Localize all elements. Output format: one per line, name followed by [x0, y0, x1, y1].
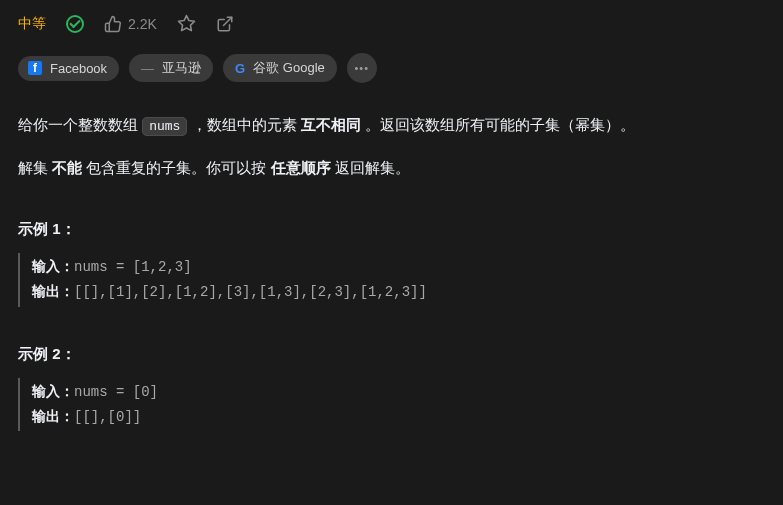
- tag-label: Facebook: [50, 61, 107, 76]
- thumbs-up-icon: [104, 15, 122, 33]
- tag-label: 亚马逊: [162, 59, 201, 77]
- example-output: 输出：[[],[1],[2],[1,2],[3],[1,3],[2,3],[1,…: [32, 280, 765, 305]
- description-paragraph: 解集 不能 包含重复的子集。你可以按 任意顺序 返回解集。: [18, 154, 765, 183]
- more-tags-button[interactable]: •••: [347, 53, 377, 83]
- topbar: 中等 2.2K: [18, 14, 765, 33]
- share-icon: [216, 15, 234, 33]
- favorite-button[interactable]: [177, 14, 196, 33]
- example-heading: 示例 1：: [18, 220, 765, 239]
- description-paragraph: 给你一个整数数组 nums ，数组中的元素 互不相同 。返回该数组所有可能的子集…: [18, 111, 765, 140]
- example-block: 输入：nums = [0] 输出：[[],[0]]: [18, 378, 765, 432]
- star-icon: [177, 14, 196, 33]
- solved-status[interactable]: [66, 15, 84, 33]
- like-count: 2.2K: [128, 16, 157, 32]
- problem-description: 给你一个整数数组 nums ，数组中的元素 互不相同 。返回该数组所有可能的子集…: [18, 111, 765, 182]
- example-output: 输出：[[],[0]]: [32, 405, 765, 430]
- example-input: 输入：nums = [1,2,3]: [32, 255, 765, 280]
- check-icon: [66, 15, 84, 33]
- company-tags: f Facebook — 亚马逊 G 谷歌 Google •••: [18, 53, 765, 83]
- example-block: 输入：nums = [1,2,3] 输出：[[],[1],[2],[1,2],[…: [18, 253, 765, 307]
- like-button[interactable]: 2.2K: [104, 15, 157, 33]
- example-heading: 示例 2：: [18, 345, 765, 364]
- amazon-icon: —: [141, 61, 154, 76]
- company-tag-google[interactable]: G 谷歌 Google: [223, 54, 337, 82]
- svg-line-1: [223, 17, 231, 25]
- example-section: 示例 1： 输入：nums = [1,2,3] 输出：[[],[1],[2],[…: [18, 220, 765, 431]
- facebook-icon: f: [28, 61, 42, 75]
- share-button[interactable]: [216, 15, 234, 33]
- inline-code-nums: nums: [142, 117, 187, 136]
- example-input: 输入：nums = [0]: [32, 380, 765, 405]
- company-tag-amazon[interactable]: — 亚马逊: [129, 54, 213, 82]
- difficulty-label: 中等: [18, 15, 46, 33]
- google-icon: G: [235, 62, 245, 75]
- company-tag-facebook[interactable]: f Facebook: [18, 56, 119, 81]
- tag-label: 谷歌 Google: [253, 59, 325, 77]
- svg-marker-0: [178, 16, 194, 31]
